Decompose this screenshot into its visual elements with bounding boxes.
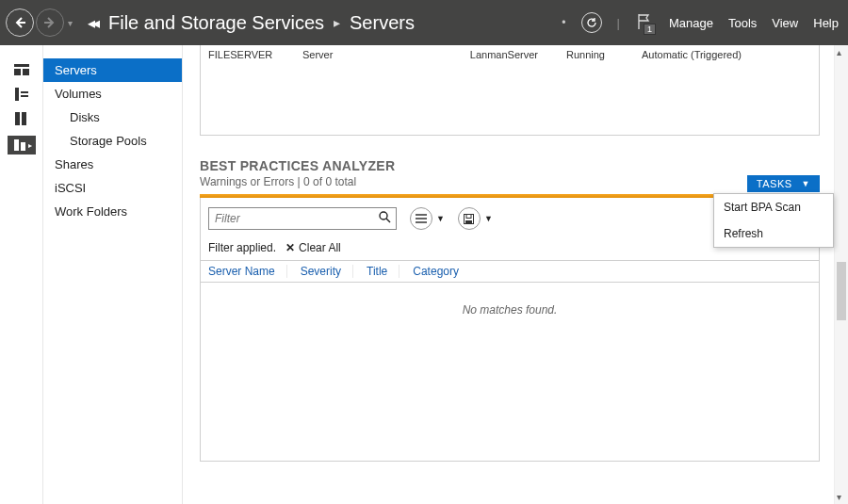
breadcrumb-root[interactable]: File and Storage Services (108, 12, 324, 34)
notifications-flag[interactable]: 1 (635, 12, 654, 33)
col-server-name[interactable]: Server Name (208, 265, 287, 278)
svg-rect-13 (465, 220, 472, 223)
filter-applied-label: Filter applied. (208, 241, 276, 254)
menu-tools[interactable]: Tools (728, 16, 757, 30)
menu-manage[interactable]: Manage (669, 16, 713, 30)
svg-rect-3 (15, 88, 19, 101)
sidebar-item-shares[interactable]: Shares (43, 153, 182, 176)
bpa-title: BEST PRACTICES ANALYZER (200, 158, 820, 173)
nav-history-dropdown[interactable]: ▾ (68, 18, 73, 28)
storage-icon (14, 139, 25, 151)
bpa-subtitle: Warnings or Errors | 0 of 0 total (200, 175, 820, 188)
vertical-scrollbar[interactable]: ▴ ▾ (834, 45, 848, 504)
bpa-column-headers: Server Name Severity Title Category (201, 260, 819, 283)
svg-rect-9 (21, 142, 25, 151)
refresh-icon (586, 17, 597, 28)
filter-input-wrap (208, 207, 397, 230)
sidebar-item-storage-pools[interactable]: Storage Pools (43, 129, 182, 153)
filter-options-button[interactable] (410, 207, 432, 230)
nav-forward-button[interactable] (36, 8, 64, 37)
icon-rail: ▸ (0, 45, 43, 504)
chevron-dot-icon: • (562, 16, 565, 29)
rail-local-server-icon[interactable] (12, 87, 31, 102)
save-query-button[interactable] (458, 207, 481, 230)
menu-view[interactable]: View (772, 16, 798, 30)
svg-rect-4 (21, 91, 28, 93)
server-type-cell: Server (302, 49, 397, 60)
notification-count-badge: 1 (644, 24, 656, 35)
tasks-label: TASKS (757, 178, 792, 189)
sidebar-item-disks[interactable]: Disks (43, 106, 182, 129)
scroll-down-icon[interactable]: ▾ (837, 492, 841, 502)
clear-all-button[interactable]: ✕ Clear All (285, 241, 341, 254)
chevron-down-icon: ▼ (802, 179, 810, 188)
svg-rect-8 (14, 139, 19, 151)
svg-rect-5 (21, 95, 28, 97)
search-icon (379, 211, 391, 223)
sidebar-item-work-folders[interactable]: Work Folders (43, 200, 182, 223)
server-service-cell: LanmanServer (416, 49, 547, 60)
menu-item-start-bpa-scan[interactable]: Start BPA Scan (714, 194, 833, 220)
side-nav: Servers Volumes Disks Storage Pools Shar… (43, 45, 183, 504)
svg-rect-0 (14, 64, 29, 67)
col-category[interactable]: Category (413, 265, 470, 278)
svg-rect-12 (466, 214, 471, 218)
server-start-cell: Automatic (Triggered) (642, 49, 742, 60)
col-title[interactable]: Title (367, 265, 400, 278)
expand-caret-icon: ▸ (28, 141, 32, 150)
tasks-menu: Start BPA Scan Refresh (713, 193, 834, 248)
close-icon: ✕ (285, 241, 295, 254)
svg-point-10 (380, 212, 387, 219)
main-content: FILESERVER Server LanmanServer Running A… (183, 45, 848, 504)
svg-rect-6 (15, 112, 20, 125)
refresh-button[interactable] (581, 12, 602, 33)
filter-input[interactable] (209, 212, 373, 225)
chevron-down-icon[interactable]: ▼ (436, 214, 445, 223)
tasks-button[interactable]: TASKS ▼ (747, 175, 820, 192)
server-name-cell: FILESERVER (208, 49, 284, 60)
servers-table-row[interactable]: FILESERVER Server LanmanServer Running A… (208, 49, 811, 60)
rail-file-storage-icon[interactable]: ▸ (8, 136, 36, 154)
title-bar: ▾ ◂◂ File and Storage Services ▸ Servers… (0, 0, 848, 45)
menu-help[interactable]: Help (813, 16, 839, 30)
svg-rect-1 (14, 69, 21, 75)
list-icon (416, 214, 427, 223)
svg-rect-2 (23, 69, 29, 75)
scroll-up-icon[interactable]: ▴ (837, 47, 841, 57)
sidebar-item-servers[interactable]: Servers (43, 58, 182, 82)
no-matches-label: No matches found. (201, 283, 819, 337)
sidebar-item-iscsi[interactable]: iSCSI (43, 176, 182, 200)
chevron-right-icon: ▸ (334, 15, 340, 30)
menu-item-refresh[interactable]: Refresh (714, 220, 833, 247)
search-button[interactable] (373, 211, 396, 226)
breadcrumb: ◂◂ File and Storage Services ▸ Servers (88, 12, 415, 34)
server-status-cell: Running (566, 49, 623, 60)
rail-all-servers-icon[interactable] (12, 111, 31, 126)
sidebar-item-volumes[interactable]: Volumes (43, 82, 182, 106)
rail-dashboard-icon[interactable] (12, 62, 31, 77)
arrow-left-icon (12, 15, 27, 30)
chevron-down-icon[interactable]: ▼ (484, 214, 493, 223)
scroll-thumb[interactable] (837, 262, 846, 320)
breadcrumb-current[interactable]: Servers (350, 12, 415, 34)
divider: | (617, 16, 620, 30)
nav-back-button[interactable] (6, 8, 34, 37)
servers-panel: FILESERVER Server LanmanServer Running A… (200, 45, 820, 136)
disk-icon (464, 214, 474, 224)
breadcrumb-back-icon[interactable]: ◂◂ (88, 14, 97, 32)
clear-all-label: Clear All (299, 241, 341, 254)
svg-rect-7 (22, 112, 26, 125)
arrow-right-icon (42, 15, 57, 30)
col-severity[interactable]: Severity (301, 265, 353, 278)
